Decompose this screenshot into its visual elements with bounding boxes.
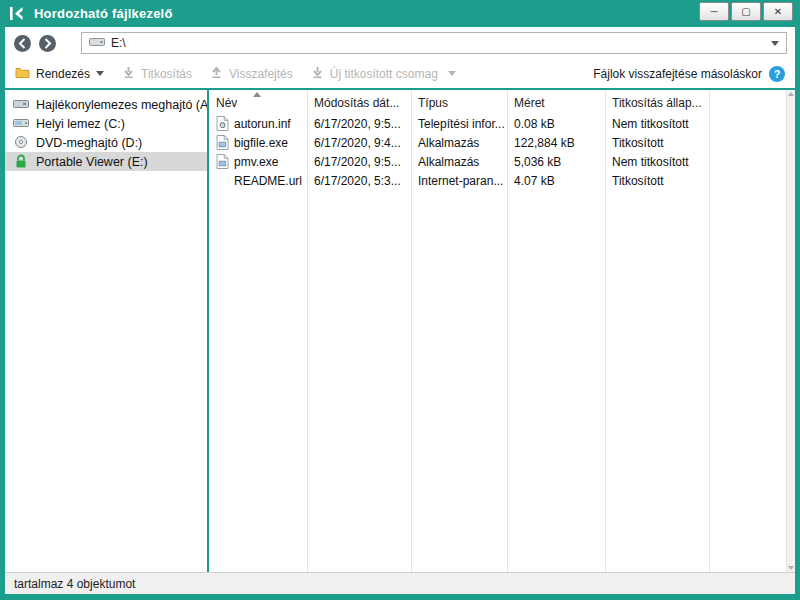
decrypt-button-label: Visszafejtés: [229, 67, 293, 81]
file-encryption-status: Titkosított: [605, 136, 709, 150]
decrypt-arrow-up-icon: [210, 66, 223, 82]
sidebar-item-label: DVD-meghajtó (D:): [36, 136, 142, 150]
file-encryption-status: Nem titkosított: [605, 155, 709, 169]
scroll-up-icon[interactable]: [788, 92, 794, 96]
new-encrypted-package-label: Új titkosított csomag: [330, 67, 438, 81]
new-package-dropdown-icon[interactable]: [448, 71, 456, 76]
file-size: 0.08 kB: [507, 117, 605, 131]
column-divider: [605, 90, 606, 572]
window-title: Hordozható fájlkezelő: [34, 6, 173, 21]
dvd-drive-icon: [13, 135, 29, 151]
window-content: E:\ Rendezés: [5, 27, 795, 594]
file-list-header: Név Módosítás dát... Típus Méret Titkosí…: [209, 90, 786, 114]
encrypted-drive-lock-icon: [13, 154, 29, 170]
decrypt-on-copy-label: Fájlok visszafejtése másoláskor: [593, 67, 762, 81]
sidebar-item-label: Hajlékonylemezes meghajtó (A:: [36, 98, 207, 112]
sidebar-item-dvd-drive-d[interactable]: DVD-meghajtó (D:): [5, 133, 207, 152]
package-arrow-down-icon: [311, 66, 324, 82]
help-info-icon[interactable]: ?: [769, 66, 785, 82]
titlebar: Hordozható fájlkezelő: [0, 0, 800, 27]
main-area: Hajlékonylemezes meghajtó (A: Helyi leme…: [5, 90, 795, 572]
sort-button-label: Rendezés: [36, 67, 90, 81]
sort-ascending-icon: [253, 92, 261, 97]
file-modified: 6/17/2020, 9:5...: [307, 117, 411, 131]
navigation-bar: E:\: [5, 27, 795, 59]
file-type: Alkalmazás: [411, 155, 507, 169]
folder-icon: [15, 66, 30, 82]
inf-file-icon: [216, 116, 229, 131]
no-icon: [216, 173, 229, 188]
sidebar-item-local-disk-c[interactable]: Helyi lemez (C:): [5, 114, 207, 133]
minimize-button[interactable]: ─: [699, 2, 729, 21]
exe-file-icon: [216, 135, 229, 150]
column-divider: [411, 90, 412, 572]
file-size: 5,036 kB: [507, 155, 605, 169]
drive-tree: Hajlékonylemezes meghajtó (A: Helyi leme…: [5, 90, 207, 572]
address-dropdown-icon[interactable]: [771, 41, 779, 46]
file-name: pmv.exe: [234, 155, 278, 169]
file-type: Telepítési infor...: [411, 117, 507, 131]
decrypt-button[interactable]: Visszafejtés: [210, 66, 293, 82]
column-header-type[interactable]: Típus: [411, 96, 507, 114]
drive-icon: [89, 34, 105, 52]
encrypt-arrow-down-icon: [122, 66, 135, 82]
file-type: Alkalmazás: [411, 136, 507, 150]
forward-button[interactable]: [38, 34, 57, 53]
maximize-button[interactable]: ▢: [731, 2, 761, 21]
column-header-size[interactable]: Méret: [507, 96, 605, 114]
file-row-bigfile-exe[interactable]: bigfile.exe 6/17/2020, 9:4... Alkalmazás…: [209, 133, 786, 152]
window-controls: ─ ▢ ✕: [699, 2, 793, 21]
kaspersky-logo-icon: [9, 5, 26, 22]
file-name: README.url: [234, 174, 302, 188]
portable-file-manager-window: Hordozható fájlkezelő ─ ▢ ✕: [0, 0, 800, 600]
file-modified: 6/17/2020, 5:3...: [307, 174, 411, 188]
file-modified: 6/17/2020, 9:5...: [307, 155, 411, 169]
file-row-pmv-exe[interactable]: pmv.exe 6/17/2020, 9:5... Alkalmazás 5,0…: [209, 152, 786, 171]
sort-dropdown-icon: [96, 71, 104, 76]
file-name: autorun.inf: [234, 117, 291, 131]
sort-button[interactable]: Rendezés: [15, 66, 104, 82]
sidebar-item-floppy-a[interactable]: Hajlékonylemezes meghajtó (A:: [5, 95, 207, 114]
file-size: 122,884 kB: [507, 136, 605, 150]
decrypt-on-copy-option: Fájlok visszafejtése másoláskor ?: [593, 66, 785, 82]
encrypt-button-label: Titkosítás: [141, 67, 192, 81]
column-divider: [709, 90, 710, 572]
back-button[interactable]: [13, 34, 32, 53]
sidebar-item-label: Portable Viewer (E:): [36, 155, 148, 169]
file-type: Internet-paran...: [411, 174, 507, 188]
file-size: 4.07 kB: [507, 174, 605, 188]
close-button[interactable]: ✕: [763, 2, 793, 21]
vertical-scrollbar[interactable]: [786, 90, 795, 572]
floppy-drive-icon: [13, 97, 29, 113]
sidebar-item-label: Helyi lemez (C:): [36, 117, 125, 131]
sidebar-item-portable-viewer-e[interactable]: Portable Viewer (E:): [5, 152, 207, 171]
encrypt-button[interactable]: Titkosítás: [122, 66, 192, 82]
new-encrypted-package-button[interactable]: Új titkosított csomag: [311, 66, 438, 82]
column-divider: [507, 90, 508, 572]
file-modified: 6/17/2020, 9:4...: [307, 136, 411, 150]
column-header-encryption[interactable]: Titkosítás állap...: [605, 96, 709, 114]
toolbar: Rendezés Titkosítás: [5, 59, 795, 88]
address-bar[interactable]: E:\: [81, 32, 787, 54]
file-encryption-status: Titkosított: [605, 174, 709, 188]
file-encryption-status: Nem titkosított: [605, 117, 709, 131]
column-header-modified[interactable]: Módosítás dát...: [307, 96, 411, 114]
file-name: bigfile.exe: [234, 136, 288, 150]
file-row-readme-url[interactable]: README.url 6/17/2020, 5:3... Internet-pa…: [209, 171, 786, 190]
address-value: E:\: [111, 36, 765, 50]
scroll-down-icon[interactable]: [788, 566, 794, 570]
file-list: Név Módosítás dát... Típus Méret Titkosí…: [209, 90, 786, 572]
column-divider: [307, 90, 308, 572]
file-row-autorun-inf[interactable]: autorun.inf 6/17/2020, 9:5... Telepítési…: [209, 114, 786, 133]
column-header-name[interactable]: Név: [209, 96, 307, 114]
hard-disk-icon: [13, 116, 29, 132]
exe-file-icon: [216, 154, 229, 169]
status-object-count: tartalmaz 4 objektumot: [14, 577, 135, 591]
status-bar: tartalmaz 4 objektumot: [5, 572, 795, 594]
